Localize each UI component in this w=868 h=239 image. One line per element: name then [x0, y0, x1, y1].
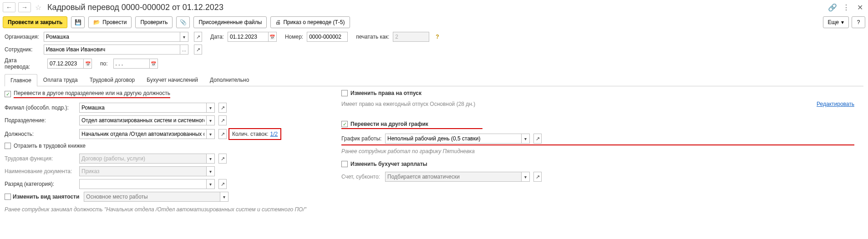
emptype-dropdown-icon[interactable]: ▾ [220, 192, 228, 202]
help-question-icon[interactable]: ? [436, 34, 439, 40]
acct-dropdown-icon[interactable]: ▾ [522, 172, 530, 182]
org-dropdown-icon[interactable]: ▾ [180, 32, 188, 42]
nav-back-button[interactable]: ← [3, 2, 15, 12]
docname-dropdown-icon[interactable]: ▾ [207, 166, 215, 176]
org-open-icon[interactable]: ↗ [194, 32, 202, 42]
print-order-button[interactable]: 🖨 Приказ о переводе (Т-5) [270, 16, 350, 28]
favorite-star-icon[interactable]: ☆ [34, 3, 43, 12]
acct-input [385, 172, 522, 182]
tab-contract[interactable]: Трудовой договор [84, 74, 141, 86]
func-input [79, 154, 207, 164]
edit-link[interactable]: Редактировать [817, 101, 854, 107]
chevron-down-icon: ▾ [841, 19, 844, 25]
schedule-label: График работы: [341, 135, 383, 142]
date-input[interactable] [228, 32, 269, 42]
branch-label: Филиал (обособл. подр.): [5, 105, 77, 111]
check-emptype-checkbox[interactable]: ✓ [5, 194, 11, 200]
left-column: ✓ Перевести в другое подразделение или н… [5, 90, 323, 213]
attach-button[interactable]: 📎 [176, 16, 190, 28]
schedule-input[interactable] [385, 134, 522, 144]
post-icon: 📂 [93, 19, 100, 25]
print-as-label: печатать как: [356, 34, 389, 40]
tab-main[interactable]: Главное [5, 74, 37, 86]
position-row: Должность: ▾ ↗ Колич. ставок: 1/2 [5, 128, 323, 140]
schedule-dropdown-icon[interactable]: ▾ [522, 134, 530, 144]
check-acct-checkbox[interactable]: ✓ [341, 161, 348, 167]
transfer-date-calendar-icon[interactable]: 📅 [84, 59, 92, 69]
row-employee: Сотрудник: … ↗ [5, 45, 863, 55]
check-emptype-label: Изменить вид занятости [13, 194, 79, 200]
org-label: Организация: [5, 34, 40, 40]
print-order-label: Приказ о переводе (Т-5) [283, 19, 345, 25]
row-org-date-number: Организация: ▾ ↗ Дата: 📅 Номер: печатать… [5, 32, 863, 42]
employee-label: Сотрудник: [5, 46, 40, 53]
kebab-icon[interactable]: ⋮ [841, 2, 852, 13]
position-dropdown-icon[interactable]: ▾ [207, 129, 215, 139]
rank-row: Разряд (категория): ▾ ↗ [5, 179, 323, 189]
emptype-row: ✓ Изменить вид занятости ▾ [5, 192, 323, 202]
docname-row: Наименование документа: ▾ [5, 166, 323, 176]
func-dropdown-icon[interactable]: ▾ [207, 154, 215, 164]
more-button[interactable]: Еще ▾ [823, 16, 849, 28]
nav-forward-button[interactable]: → [18, 2, 31, 12]
func-open-icon[interactable]: ↗ [218, 154, 227, 164]
check-vacation-checkbox[interactable]: ✓ [341, 90, 348, 96]
rates-highlight-box: Колич. ставок: 1/2 [228, 128, 281, 140]
previous-position-note: Ранее сотрудник занимал должность "Начал… [5, 206, 323, 213]
save-button[interactable]: 💾 [71, 16, 85, 28]
schedule-row: График работы: ▾ ↗ [341, 134, 854, 145]
rank-label: Разряд (категория): [5, 181, 77, 187]
acct-label: Счет, субконто: [341, 174, 383, 180]
check-vacation-label: Изменить права на отпуск [350, 90, 421, 96]
org-input[interactable] [44, 32, 180, 42]
post-and-close-button[interactable]: Провести и закрыть [3, 16, 67, 28]
title-bar: ← → ☆ Кадровый перевод 0000-000002 от 01… [0, 0, 868, 15]
position-input[interactable] [79, 129, 207, 139]
branch-input[interactable] [79, 103, 207, 113]
transfer-date-input[interactable] [47, 59, 84, 69]
number-input[interactable] [307, 32, 348, 42]
help-button[interactable]: ? [852, 16, 865, 28]
check-record-checkbox[interactable]: ✓ [5, 143, 11, 149]
tab-pay[interactable]: Оплата труда [37, 74, 84, 86]
check-button[interactable]: Проверить [135, 16, 173, 28]
employee-input[interactable] [44, 45, 180, 55]
schedule-open-icon[interactable]: ↗ [533, 134, 542, 144]
page-title: Кадровый перевод 0000-000002 от 01.12.20… [46, 3, 223, 12]
docname-label: Наименование документа: [5, 168, 77, 174]
rank-input[interactable] [79, 179, 207, 189]
tab-extra[interactable]: Дополнительно [204, 74, 255, 86]
rank-dropdown-icon[interactable]: ▾ [207, 179, 215, 189]
to-date-input[interactable] [113, 59, 150, 69]
dept-input[interactable] [79, 115, 207, 125]
branch-dropdown-icon[interactable]: ▾ [207, 103, 215, 113]
check-schedule-line: ✓ Перевести на другой график [341, 121, 482, 129]
branch-open-icon[interactable]: ↗ [218, 103, 227, 113]
post-button[interactable]: 📂 Провести [88, 16, 132, 28]
vacation-text-row: Имеет право на ежегодный отпуск Основной… [341, 101, 854, 107]
tab-accrual[interactable]: Бухучет начислений [141, 74, 204, 86]
to-date-calendar-icon[interactable]: 📅 [150, 59, 158, 69]
attached-files-button[interactable]: Присоединенные файлы [193, 16, 267, 28]
dept-label: Подразделение: [5, 117, 77, 124]
dept-dropdown-icon[interactable]: ▾ [207, 115, 215, 125]
close-icon[interactable]: ✕ [854, 2, 865, 13]
rates-value-link[interactable]: 1/2 [270, 131, 278, 137]
check-transfer-checkbox[interactable]: ✓ [5, 91, 11, 97]
printer-icon: 🖨 [275, 19, 281, 25]
employee-dots-icon[interactable]: … [180, 45, 188, 55]
acct-open-icon[interactable]: ↗ [533, 172, 542, 182]
check-acct-label: Изменить бухучет зарплаты [350, 161, 427, 167]
employee-open-icon[interactable]: ↗ [194, 45, 202, 55]
check-acct-line: ✓ Изменить бухучет зарплаты [341, 161, 854, 167]
rank-open-icon[interactable]: ↗ [218, 179, 227, 189]
link-icon[interactable]: 🔗 [827, 2, 838, 13]
func-row: Трудовая функция: ▾ ↗ [5, 154, 323, 164]
rates-label: Колич. ставок: [232, 131, 269, 137]
func-label: Трудовая функция: [5, 155, 77, 162]
branch-row: Филиал (обособл. подр.): ▾ ↗ [5, 103, 323, 113]
position-open-icon[interactable]: ↗ [218, 129, 227, 139]
date-calendar-icon[interactable]: 📅 [269, 32, 277, 42]
dept-open-icon[interactable]: ↗ [218, 115, 227, 125]
check-schedule-checkbox[interactable]: ✓ [341, 121, 348, 127]
